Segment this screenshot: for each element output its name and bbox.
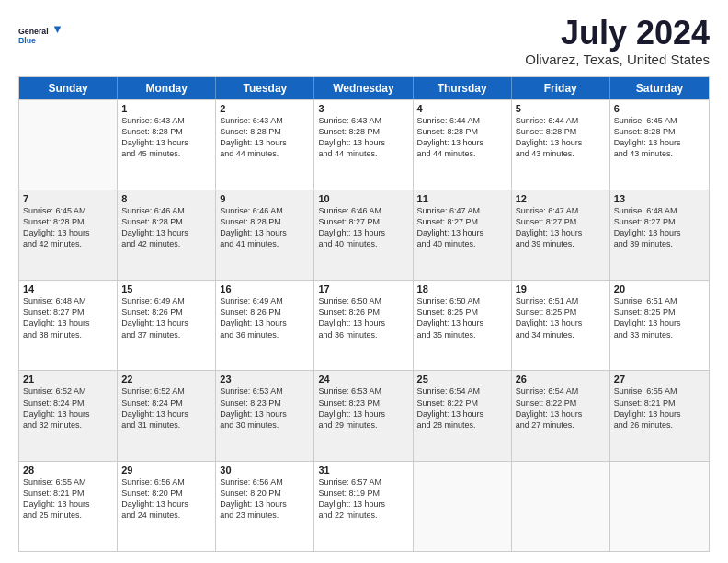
day-number: 14 xyxy=(23,283,113,294)
day-info: Sunrise: 6:48 AM Sunset: 8:27 PM Dayligh… xyxy=(23,295,113,340)
day-number: 28 xyxy=(23,465,113,476)
title-block: July 2024 Olivarez, Texas, United States xyxy=(525,15,710,67)
day-number: 31 xyxy=(318,465,408,476)
calendar-cell: 26Sunrise: 6:54 AM Sunset: 8:22 PM Dayli… xyxy=(512,371,610,460)
day-info: Sunrise: 6:43 AM Sunset: 8:28 PM Dayligh… xyxy=(318,115,408,160)
day-number: 19 xyxy=(516,283,606,294)
day-header-tuesday: Tuesday xyxy=(216,77,314,99)
calendar-cell: 18Sunrise: 6:50 AM Sunset: 8:25 PM Dayli… xyxy=(414,281,512,370)
day-info: Sunrise: 6:46 AM Sunset: 8:28 PM Dayligh… xyxy=(220,205,310,250)
calendar-row-2: 7Sunrise: 6:45 AM Sunset: 8:28 PM Daylig… xyxy=(19,190,709,280)
calendar-cell: 1Sunrise: 6:43 AM Sunset: 8:28 PM Daylig… xyxy=(118,100,216,190)
day-number: 20 xyxy=(614,283,705,294)
day-info: Sunrise: 6:54 AM Sunset: 8:22 PM Dayligh… xyxy=(417,385,507,431)
day-info: Sunrise: 6:44 AM Sunset: 8:28 PM Dayligh… xyxy=(516,115,606,160)
day-number: 18 xyxy=(417,283,507,294)
day-number: 13 xyxy=(614,193,705,204)
day-info: Sunrise: 6:51 AM Sunset: 8:25 PM Dayligh… xyxy=(614,295,705,340)
day-number: 8 xyxy=(121,193,211,204)
calendar-row-3: 14Sunrise: 6:48 AM Sunset: 8:27 PM Dayli… xyxy=(19,280,709,370)
day-info: Sunrise: 6:44 AM Sunset: 8:28 PM Dayligh… xyxy=(417,115,507,160)
day-header-wednesday: Wednesday xyxy=(314,77,413,99)
day-info: Sunrise: 6:52 AM Sunset: 8:24 PM Dayligh… xyxy=(121,385,211,431)
svg-text:General: General xyxy=(18,27,49,36)
day-number: 12 xyxy=(516,193,606,204)
day-number: 3 xyxy=(318,103,408,114)
calendar-cell: 23Sunrise: 6:53 AM Sunset: 8:23 PM Dayli… xyxy=(216,371,314,460)
svg-marker-2 xyxy=(54,26,62,33)
day-info: Sunrise: 6:53 AM Sunset: 8:23 PM Dayligh… xyxy=(318,385,408,431)
day-number: 2 xyxy=(220,103,310,114)
day-number: 16 xyxy=(220,283,310,294)
day-info: Sunrise: 6:55 AM Sunset: 8:21 PM Dayligh… xyxy=(23,477,113,522)
day-info: Sunrise: 6:49 AM Sunset: 8:26 PM Dayligh… xyxy=(121,295,211,340)
day-number: 23 xyxy=(220,373,310,385)
calendar-cell: 8Sunrise: 6:46 AM Sunset: 8:28 PM Daylig… xyxy=(118,190,216,280)
day-info: Sunrise: 6:46 AM Sunset: 8:27 PM Dayligh… xyxy=(318,205,408,250)
calendar-body: 1Sunrise: 6:43 AM Sunset: 8:28 PM Daylig… xyxy=(19,99,709,551)
day-header-saturday: Saturday xyxy=(610,77,709,99)
day-number: 22 xyxy=(121,373,211,385)
calendar-cell: 3Sunrise: 6:43 AM Sunset: 8:28 PM Daylig… xyxy=(314,100,413,190)
day-info: Sunrise: 6:55 AM Sunset: 8:21 PM Dayligh… xyxy=(614,385,705,431)
calendar-cell: 4Sunrise: 6:44 AM Sunset: 8:28 PM Daylig… xyxy=(414,100,512,190)
logo: General Blue xyxy=(18,18,64,53)
day-header-friday: Friday xyxy=(512,77,610,99)
subtitle: Olivarez, Texas, United States xyxy=(525,52,710,67)
day-number: 29 xyxy=(121,465,211,476)
calendar-cell: 7Sunrise: 6:45 AM Sunset: 8:28 PM Daylig… xyxy=(19,190,118,280)
day-info: Sunrise: 6:45 AM Sunset: 8:28 PM Dayligh… xyxy=(23,205,113,250)
calendar-cell xyxy=(610,462,709,551)
day-info: Sunrise: 6:56 AM Sunset: 8:20 PM Dayligh… xyxy=(220,477,310,522)
calendar-cell: 13Sunrise: 6:48 AM Sunset: 8:27 PM Dayli… xyxy=(610,190,709,280)
day-info: Sunrise: 6:50 AM Sunset: 8:26 PM Dayligh… xyxy=(318,295,408,340)
day-info: Sunrise: 6:43 AM Sunset: 8:28 PM Dayligh… xyxy=(220,115,310,160)
calendar-cell: 2Sunrise: 6:43 AM Sunset: 8:28 PM Daylig… xyxy=(216,100,314,190)
day-number: 11 xyxy=(417,193,507,204)
calendar-cell: 15Sunrise: 6:49 AM Sunset: 8:26 PM Dayli… xyxy=(118,281,216,370)
day-number: 5 xyxy=(516,103,606,114)
calendar-cell xyxy=(19,100,118,190)
calendar-cell: 20Sunrise: 6:51 AM Sunset: 8:25 PM Dayli… xyxy=(610,281,709,370)
day-header-thursday: Thursday xyxy=(414,77,512,99)
calendar-cell: 16Sunrise: 6:49 AM Sunset: 8:26 PM Dayli… xyxy=(216,281,314,370)
calendar-row-5: 28Sunrise: 6:55 AM Sunset: 8:21 PM Dayli… xyxy=(19,461,709,551)
calendar-cell: 14Sunrise: 6:48 AM Sunset: 8:27 PM Dayli… xyxy=(19,281,118,370)
day-info: Sunrise: 6:57 AM Sunset: 8:19 PM Dayligh… xyxy=(318,477,408,522)
calendar-cell: 19Sunrise: 6:51 AM Sunset: 8:25 PM Dayli… xyxy=(512,281,610,370)
day-info: Sunrise: 6:52 AM Sunset: 8:24 PM Dayligh… xyxy=(23,385,113,431)
calendar-cell: 22Sunrise: 6:52 AM Sunset: 8:24 PM Dayli… xyxy=(118,371,216,460)
day-info: Sunrise: 6:54 AM Sunset: 8:22 PM Dayligh… xyxy=(516,385,606,431)
day-info: Sunrise: 6:51 AM Sunset: 8:25 PM Dayligh… xyxy=(516,295,606,340)
main-title: July 2024 xyxy=(525,15,710,52)
day-number: 27 xyxy=(614,373,705,385)
calendar-cell: 29Sunrise: 6:56 AM Sunset: 8:20 PM Dayli… xyxy=(118,462,216,551)
calendar-row-4: 21Sunrise: 6:52 AM Sunset: 8:24 PM Dayli… xyxy=(19,370,709,460)
svg-text:Blue: Blue xyxy=(18,36,36,45)
day-info: Sunrise: 6:50 AM Sunset: 8:25 PM Dayligh… xyxy=(417,295,507,340)
calendar-cell xyxy=(414,462,512,551)
calendar-cell: 21Sunrise: 6:52 AM Sunset: 8:24 PM Dayli… xyxy=(19,371,118,460)
day-info: Sunrise: 6:47 AM Sunset: 8:27 PM Dayligh… xyxy=(516,205,606,250)
calendar-cell: 31Sunrise: 6:57 AM Sunset: 8:19 PM Dayli… xyxy=(314,462,413,551)
day-info: Sunrise: 6:53 AM Sunset: 8:23 PM Dayligh… xyxy=(220,385,310,431)
day-info: Sunrise: 6:45 AM Sunset: 8:28 PM Dayligh… xyxy=(614,115,705,160)
day-number: 7 xyxy=(23,193,113,204)
calendar-header: SundayMondayTuesdayWednesdayThursdayFrid… xyxy=(19,77,709,99)
calendar-cell: 25Sunrise: 6:54 AM Sunset: 8:22 PM Dayli… xyxy=(414,371,512,460)
calendar-cell: 24Sunrise: 6:53 AM Sunset: 8:23 PM Dayli… xyxy=(314,371,413,460)
day-info: Sunrise: 6:49 AM Sunset: 8:26 PM Dayligh… xyxy=(220,295,310,340)
day-number: 21 xyxy=(23,373,113,385)
day-info: Sunrise: 6:48 AM Sunset: 8:27 PM Dayligh… xyxy=(614,205,705,250)
day-number: 6 xyxy=(614,103,705,114)
calendar-cell: 11Sunrise: 6:47 AM Sunset: 8:27 PM Dayli… xyxy=(414,190,512,280)
day-number: 30 xyxy=(220,465,310,476)
day-number: 9 xyxy=(220,193,310,204)
calendar-cell: 5Sunrise: 6:44 AM Sunset: 8:28 PM Daylig… xyxy=(512,100,610,190)
day-number: 4 xyxy=(417,103,507,114)
calendar-cell xyxy=(512,462,610,551)
day-number: 26 xyxy=(516,373,606,385)
day-number: 25 xyxy=(417,373,507,385)
day-info: Sunrise: 6:46 AM Sunset: 8:28 PM Dayligh… xyxy=(121,205,211,250)
day-number: 17 xyxy=(318,283,408,294)
